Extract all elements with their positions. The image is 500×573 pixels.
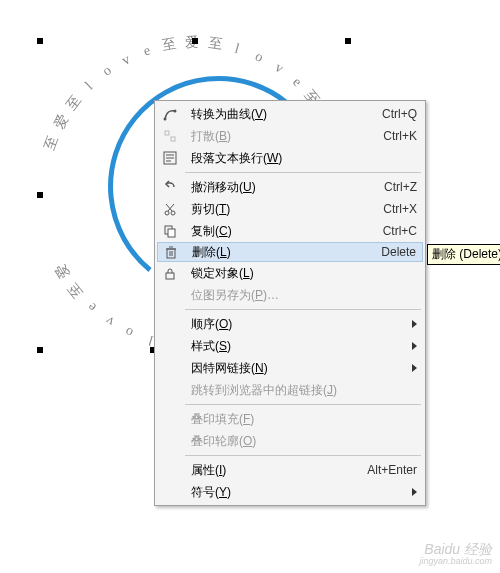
no-icon [157,459,183,481]
selection-handle[interactable] [345,38,351,44]
no-icon [157,313,183,335]
menu-item-label: 因特网链接(N) [183,360,406,377]
no-icon [157,481,183,503]
svg-rect-2 [165,131,169,135]
menu-item-1: 打散(B)Ctrl+K [157,125,423,147]
no-icon [157,379,183,401]
svg-rect-19 [166,273,174,279]
svg-point-1 [174,110,177,113]
menu-item-2[interactable]: 段落文本换行(W) [157,147,423,169]
selection-handle[interactable] [37,347,43,353]
menu-item-13[interactable]: 因特网链接(N) [157,357,423,379]
paragraph-icon [157,147,183,169]
menu-item-label: 剪切(T) [183,201,375,218]
watermark: Baidu 经验 jingyan.baidu.com [419,542,492,567]
no-icon [157,408,183,430]
menu-item-9: 位图另存为(P)… [157,284,423,306]
menu-item-label: 位图另存为(P)… [183,287,417,304]
menu-item-label: 撤消移动(U) [183,179,376,196]
submenu-arrow-icon [412,488,417,496]
menu-item-shortcut: Ctrl+Q [374,107,417,121]
menu-item-14: 跳转到浏览器中的超链接(J) [157,379,423,401]
menu-item-label: 复制(C) [183,223,375,240]
lock-icon [157,262,183,284]
svg-point-9 [171,211,175,215]
svg-rect-13 [168,229,175,237]
submenu-arrow-icon [412,342,417,350]
menu-item-8[interactable]: 锁定对象(L) [157,262,423,284]
svg-point-0 [164,118,167,121]
tooltip-text: 删除 (Delete) [432,247,500,261]
menu-item-shortcut: Delete [373,245,416,259]
menu-item-label: 打散(B) [183,128,375,145]
menu-item-shortcut: Ctrl+K [375,129,417,143]
curve-icon [157,103,183,125]
menu-item-shortcut: Ctrl+X [375,202,417,216]
menu-item-label: 跳转到浏览器中的超链接(J) [183,382,417,399]
menu-item-20[interactable]: 符号(Y) [157,481,423,503]
svg-point-8 [165,211,169,215]
menu-item-shortcut: Alt+Enter [359,463,417,477]
menu-item-shortcut: Ctrl+C [375,224,417,238]
svg-rect-14 [167,249,175,258]
tooltip: 删除 (Delete) [427,244,500,265]
menu-item-label: 属性(I) [183,462,359,479]
context-menu: 转换为曲线(V)Ctrl+Q打散(B)Ctrl+K段落文本换行(W)撤消移动(U… [154,100,426,506]
break-icon [157,125,183,147]
selection-handle[interactable] [37,38,43,44]
cut-icon [157,198,183,220]
menu-item-label: 顺序(O) [183,316,406,333]
menu-item-label: 符号(Y) [183,484,406,501]
menu-item-4[interactable]: 撤消移动(U)Ctrl+Z [157,176,423,198]
copy-icon [157,220,183,242]
menu-separator [185,455,421,456]
menu-item-label: 样式(S) [183,338,406,355]
menu-item-label: 锁定对象(L) [183,265,417,282]
svg-rect-3 [171,137,175,141]
undo-icon [157,176,183,198]
menu-item-label: 转换为曲线(V) [183,106,374,123]
selection-handle[interactable] [192,38,198,44]
delete-icon [158,241,184,263]
menu-item-label: 段落文本换行(W) [183,150,417,167]
menu-item-shortcut: Ctrl+Z [376,180,417,194]
submenu-arrow-icon [412,364,417,372]
menu-item-12[interactable]: 样式(S) [157,335,423,357]
ring-char: 至 [207,34,223,54]
menu-item-16: 叠印填充(F) [157,408,423,430]
menu-item-label: 删除(L) [184,244,373,261]
menu-item-0[interactable]: 转换为曲线(V)Ctrl+Q [157,103,423,125]
menu-item-11[interactable]: 顺序(O) [157,313,423,335]
no-icon [157,335,183,357]
menu-item-5[interactable]: 剪切(T)Ctrl+X [157,198,423,220]
menu-item-label: 叠印填充(F) [183,411,417,428]
menu-item-17: 叠印轮廓(O) [157,430,423,452]
selection-handle[interactable] [37,192,43,198]
menu-separator [185,172,421,173]
menu-item-label: 叠印轮廓(O) [183,433,417,450]
menu-separator [185,309,421,310]
no-icon [157,284,183,306]
menu-separator [185,404,421,405]
no-icon [157,430,183,452]
submenu-arrow-icon [412,320,417,328]
menu-item-6[interactable]: 复制(C)Ctrl+C [157,220,423,242]
menu-item-19[interactable]: 属性(I)Alt+Enter [157,459,423,481]
menu-item-7[interactable]: 删除(L)Delete [157,242,423,262]
no-icon [157,357,183,379]
